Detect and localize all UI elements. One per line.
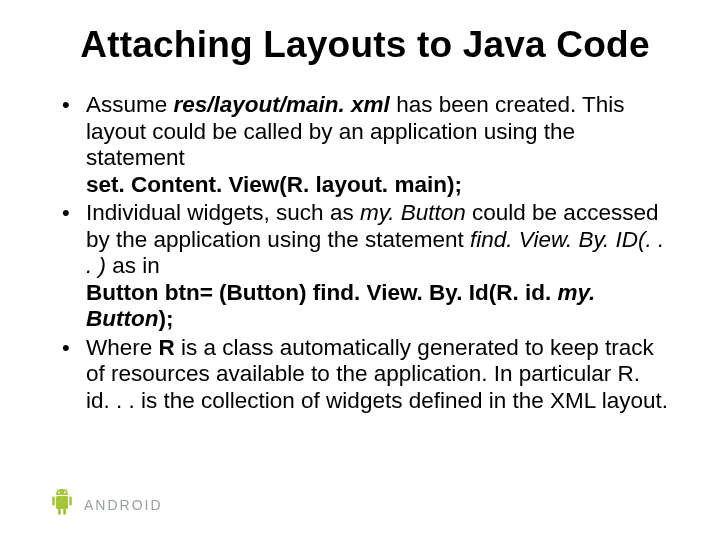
text: Individual widgets, such as [86, 200, 360, 225]
svg-line-3 [66, 489, 68, 491]
file-path: res/layout/main. xml [174, 92, 390, 117]
svg-point-0 [58, 492, 60, 494]
code-statement: set. Content. View(R. layout. main); [86, 172, 462, 197]
slide-title: Attaching Layouts to Java Code [60, 24, 670, 66]
variable-name: my. Button [360, 200, 466, 225]
text: Assume [86, 92, 174, 117]
bullet-item: Individual widgets, such as my. Button c… [60, 200, 670, 333]
class-name: R [159, 335, 175, 360]
android-wordmark: android [84, 497, 163, 513]
svg-rect-6 [69, 497, 72, 506]
code-statement: Button btn= (Button) find. View. By. Id(… [86, 280, 557, 305]
svg-rect-4 [56, 496, 68, 509]
text: as in [106, 253, 160, 278]
svg-line-2 [57, 489, 59, 491]
code-statement: ); [158, 306, 173, 331]
svg-rect-7 [58, 508, 61, 515]
svg-rect-8 [63, 508, 66, 515]
bullet-item: Where R is a class automatically generat… [60, 335, 670, 415]
svg-rect-5 [52, 497, 55, 506]
slide: Attaching Layouts to Java Code Assume re… [0, 0, 720, 437]
footer-logo: android [48, 488, 163, 522]
android-robot-icon [48, 488, 76, 522]
bullet-item: Assume res/layout/main. xml has been cre… [60, 92, 670, 198]
svg-point-1 [64, 492, 66, 494]
text: Where [86, 335, 159, 360]
bullet-list: Assume res/layout/main. xml has been cre… [60, 92, 670, 415]
